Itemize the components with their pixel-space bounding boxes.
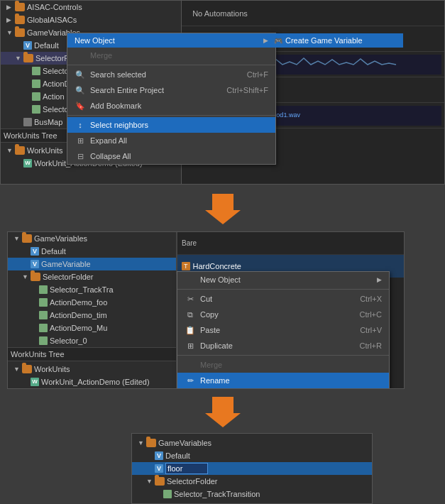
tree-item-selector-track3[interactable]: Selector_TrackTransition bbox=[132, 488, 372, 500]
tree-item-global[interactable]: GlobalAISACs bbox=[1, 13, 181, 26]
create-game-var-label: Create Game Variable bbox=[285, 36, 363, 45]
ctx-cut[interactable]: ✂ Cut Ctrl+X bbox=[177, 291, 389, 307]
hard-concrete-label: HardConcrete bbox=[193, 262, 241, 270]
v-icon: V bbox=[31, 247, 39, 256]
v-icon: V bbox=[23, 41, 32, 50]
ctx-expand-all[interactable]: ⊞ Expand All bbox=[67, 133, 275, 148]
v-icon: V bbox=[155, 464, 163, 473]
t-icon: T bbox=[182, 262, 190, 270]
rename-input[interactable] bbox=[165, 463, 208, 474]
folder-icon bbox=[155, 477, 165, 486]
ctx-sep2 bbox=[67, 115, 275, 116]
arrow-down-1 bbox=[0, 185, 445, 231]
ctx-paste[interactable]: 📋 Paste Ctrl+V bbox=[177, 322, 389, 338]
tree-item-aisac[interactable]: AISAC-Controls bbox=[1, 1, 181, 13]
workunits-bar-2: WorkUnits Tree bbox=[8, 347, 176, 361]
chevron-icon bbox=[138, 439, 145, 447]
tree-label: Default bbox=[165, 451, 190, 460]
folder-icon bbox=[31, 273, 40, 281]
panel-2: GameVariables V Default V GameVariable S… bbox=[7, 231, 405, 389]
bookmark-icon: 🔖 bbox=[75, 100, 86, 111]
tree-item-selectorfolder2[interactable]: SelectorFolder bbox=[8, 270, 176, 283]
tree-label: Selector_TrackTransition bbox=[174, 490, 260, 498]
v-icon: V bbox=[31, 260, 39, 268]
tree-area-2: GameVariables V Default V GameVariable S… bbox=[8, 232, 177, 388]
duplicate-icon: ⊞ bbox=[185, 340, 196, 351]
neighbors-icon: ↕ bbox=[75, 119, 86, 131]
tree-item-actiondemo-tim[interactable]: ActionDemo_tim bbox=[8, 309, 176, 322]
tree-item-gamevars2[interactable]: GameVariables bbox=[8, 232, 176, 245]
tree-label: Action bbox=[43, 92, 65, 101]
img-icon bbox=[32, 105, 40, 114]
tree-label: WorkUnit_ActionDemo (Edited) bbox=[41, 378, 150, 386]
tree-item-selectorfolder3[interactable]: SelectorFolder bbox=[132, 475, 372, 488]
search-project-icon: 🔍 bbox=[75, 84, 86, 96]
tree-item-default2[interactable]: V Default bbox=[8, 245, 176, 258]
chevron-icon bbox=[146, 478, 153, 485]
ctx-rename[interactable]: ✏ Rename bbox=[177, 373, 389, 388]
merge-icon2 bbox=[185, 359, 196, 371]
svg-marker-1 bbox=[205, 397, 241, 427]
ctx-collapse-all[interactable]: ⊟ Collapse All bbox=[67, 148, 275, 164]
tree-item-actiondemo-foo[interactable]: ActionDemo_foo bbox=[8, 296, 176, 309]
ctx-search-selected[interactable]: 🔍 Search selected Ctrl+F bbox=[67, 67, 275, 82]
rename-icon: ✏ bbox=[185, 375, 196, 386]
workunits-label2: WorkUnits Tree bbox=[11, 350, 65, 358]
new-object-label: New Object bbox=[75, 36, 115, 45]
no-automations-label: No Automations bbox=[185, 9, 256, 18]
tree-item-workunits2[interactable]: WorkUnits bbox=[8, 363, 176, 376]
ctx-sep3 bbox=[177, 289, 389, 290]
folder-icon bbox=[23, 54, 33, 62]
bare-label3: Bare bbox=[182, 239, 197, 247]
tree-item-actiondemo-mu[interactable]: ActionDemo_Mu bbox=[8, 322, 176, 334]
tree-label: Selector_0 bbox=[50, 336, 87, 345]
tree-item-floor[interactable]: V bbox=[132, 462, 372, 475]
shortcut-label: Ctrl+Shift+F bbox=[226, 86, 268, 94]
ctx-header-1: New Object ▶ 🎮 Create Game Variable bbox=[67, 33, 275, 48]
folder-icon bbox=[15, 3, 25, 11]
copy-icon: ⧉ bbox=[185, 309, 196, 320]
chevron-icon bbox=[15, 55, 22, 62]
tree-item-workunit-action2[interactable]: W WorkUnit_ActionDemo (Edited) bbox=[8, 376, 176, 388]
tree-label: BusMap bbox=[34, 118, 62, 126]
img-icon bbox=[32, 80, 40, 88]
tree-label: ActionDemo_tim bbox=[50, 311, 107, 319]
svg-marker-0 bbox=[205, 194, 241, 224]
folder-icon bbox=[15, 146, 25, 155]
img-icon bbox=[32, 67, 40, 75]
ctx-new-object[interactable]: New Object ▶ bbox=[177, 272, 389, 287]
chevron-icon bbox=[6, 147, 13, 154]
ctx-merge[interactable]: Merge bbox=[67, 48, 275, 63]
audio-row-bare: Bare bbox=[177, 232, 404, 255]
ctx-delete[interactable]: ✕ Delete Del bbox=[177, 388, 389, 389]
ctx-add-bookmark[interactable]: 🔖 Add Bookmark bbox=[67, 98, 275, 114]
tree-label: SelectorFolder bbox=[43, 273, 94, 281]
ctx-merge2[interactable]: Merge bbox=[177, 357, 389, 373]
v-icon: W bbox=[23, 159, 32, 168]
tree-label: GameVariable bbox=[41, 260, 91, 268]
paste-icon: 📋 bbox=[185, 324, 196, 336]
chevron-icon bbox=[6, 4, 13, 11]
v-icon: V bbox=[155, 451, 163, 460]
context-menu-2: New Object ▶ ✂ Cut Ctrl+X ⧉ Copy Ctrl+C … bbox=[177, 271, 390, 389]
collapse-icon: ⊟ bbox=[75, 150, 86, 162]
tree-item-selector-0[interactable]: Selector_0 bbox=[8, 334, 176, 347]
tree-label: WorkUnits bbox=[27, 146, 63, 155]
folder-icon bbox=[15, 28, 25, 37]
tree-label: ActionDemo_Mu bbox=[50, 324, 107, 332]
tree-item-selector-track2[interactable]: Selector_TrackTra bbox=[8, 283, 176, 296]
ctx-copy[interactable]: ⧉ Copy Ctrl+C bbox=[177, 307, 389, 322]
ctx-duplicate[interactable]: ⊞ Duplicate Ctrl+R bbox=[177, 338, 389, 354]
tree-label: SelectorFolder bbox=[167, 477, 218, 486]
ctx-select-neighbors[interactable]: ↕ Select neighbors bbox=[67, 117, 275, 133]
ctx-search-project[interactable]: 🔍 Search Entire Project Ctrl+Shift+F bbox=[67, 82, 275, 98]
tree-item-gamevars3[interactable]: GameVariables bbox=[132, 437, 372, 449]
tree-label: AISAC-Controls bbox=[27, 3, 82, 11]
v-icon: W bbox=[31, 378, 39, 386]
tree-item-default3[interactable]: V Default bbox=[132, 449, 372, 462]
folder-icon bbox=[146, 439, 156, 447]
shortcut-label: Ctrl+F bbox=[247, 70, 268, 79]
chevron-icon bbox=[6, 16, 13, 23]
workunits-tree-2: WorkUnits W WorkUnit_ActionDemo (Edited) bbox=[8, 361, 176, 388]
tree-item-gamevariable[interactable]: V GameVariable bbox=[8, 258, 176, 270]
